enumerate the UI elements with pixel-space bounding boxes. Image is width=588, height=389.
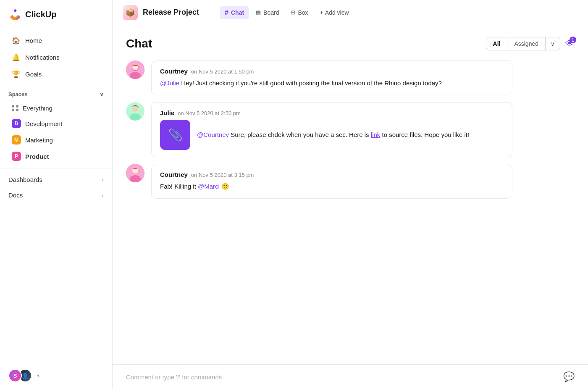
filter-chevron-icon: ∨ [551,41,555,47]
spaces-section-header[interactable]: Spaces ∨ [0,86,112,101]
tab-chat[interactable]: # Chat [220,6,249,19]
mention-courtney: @Courtney [197,131,229,138]
trophy-icon: 🏆 [12,70,20,78]
topbar: 📦 Release Project # Chat ▦ Board ⊞ Box +… [113,0,588,25]
msg2-text1: Sure, please chdek when you have a sec. … [229,131,371,138]
chat-hash-icon: # [225,9,228,16]
msg1-text: Hey! Just checking if you're still good … [179,79,442,87]
content-header: Chat All Assigned ∨ 👁 1 [126,37,575,50]
filter-dropdown-button[interactable]: ∨ [545,37,560,50]
attachment-icon[interactable]: 📎 [160,120,190,150]
filter-all-button[interactable]: All [486,37,508,50]
docs-chevron-icon: › [102,192,104,199]
bell-icon: 🔔 [12,53,20,61]
everything-icon [12,105,18,112]
message-row-3: Courtney on Nov 5 2020 at 3:15 pm Fab! K… [126,164,575,199]
message-meta-1: Courtney on Nov 5 2020 at 1:50 pm [160,68,504,75]
development-badge: D [12,119,21,128]
sidebar-item-goals[interactable]: 🏆 Goals [3,66,109,82]
dashboards-chevron-icon: › [102,176,104,183]
sidebar-item-notifications[interactable]: 🔔 Notifications [3,49,109,66]
sidebar-item-goals-label: Goals [25,71,42,78]
source-link[interactable]: link [371,131,381,138]
sidebar-everything-label: Everything [23,105,52,112]
sidebar-item-home-label: Home [25,37,42,44]
tab-board[interactable]: ▦ Board [251,7,284,18]
watch-badge: 1 [570,37,576,43]
home-icon: 🏠 [12,37,20,45]
add-view-button[interactable]: + Add view [315,7,354,18]
watch-button[interactable]: 👁 1 [565,38,575,49]
spaces-list: Everything D Development M Marketing P P… [0,101,112,165]
spaces-label: Spaces [8,91,28,97]
board-icon: ▦ [256,9,261,16]
svg-point-5 [132,106,138,112]
sidebar-item-home[interactable]: 🏠 Home [3,32,109,49]
user-avatars[interactable]: S 👤 [8,369,32,382]
message-time-2: on Nov 5 2020 at 2:50 pm [178,110,241,116]
filter-group: All Assigned ∨ [486,37,560,50]
comment-placeholder[interactable]: Comment or type '/' for commands [126,373,222,381]
message-card-1: Courtney on Nov 5 2020 at 1:50 pm @Julie… [151,60,512,95]
sidebar-product-label: Product [25,153,49,160]
add-view-label: Add view [325,9,349,16]
user-dropdown-arrow[interactable]: ▾ [37,373,39,378]
sidebar-item-docs[interactable]: Docs › [0,187,112,203]
sidebar-item-development[interactable]: D Development [3,116,109,131]
clickup-logo-icon [8,8,22,21]
logo: ClickUp [0,0,112,29]
sidebar-item-marketing[interactable]: M Marketing [3,132,109,148]
docs-label: Docs [8,192,23,199]
filter-assigned-button[interactable]: Assigned [507,37,545,50]
sender-courtney-2: Courtney [160,171,188,178]
product-badge: P [12,152,21,161]
add-icon: + [320,9,323,16]
sidebar-item-dashboards[interactable]: Dashboards › [0,172,112,187]
msg3-emoji: 🙂 [220,183,229,190]
message-row-1: Courtney on Nov 5 2020 at 1:50 pm @Julie… [126,60,575,95]
sender-courtney-1: Courtney [160,68,188,75]
page-title: Chat [126,37,152,50]
avatar-courtney-2 [126,164,144,182]
tab-chat-label: Chat [231,9,244,16]
message-text-3: Fab! Killing it @Marci 🙂 [160,181,504,192]
sidebar-item-notifications-label: Notifications [25,54,60,61]
header-controls: All Assigned ∨ 👁 1 [486,37,575,50]
message-meta-3: Courtney on Nov 5 2020 at 3:15 pm [160,171,504,178]
marketing-badge: M [12,135,21,145]
msg3-text1: Fab! Killing it [160,183,198,190]
sidebar-nav: 🏠 Home 🔔 Notifications 🏆 Goals [0,29,112,86]
avatar-user1: S [8,369,22,382]
message-time-3: on Nov 5 2020 at 3:15 pm [191,172,254,178]
message-card-3: Courtney on Nov 5 2020 at 3:15 pm Fab! K… [151,164,512,199]
message-meta-2: Julie on Nov 5 2020 at 2:50 pm [160,109,504,116]
message-card-2: Julie on Nov 5 2020 at 2:50 pm 📎 @Courtn… [151,102,512,157]
messages-list: Courtney on Nov 5 2020 at 1:50 pm @Julie… [126,60,575,205]
comment-input-area: Comment or type '/' for commands 💬 [113,364,588,389]
sender-julie: Julie [160,109,174,116]
message-text-1: @Julie Hey! Just checking if you're stil… [160,78,504,88]
sidebar-marketing-label: Marketing [25,137,53,144]
julie-avatar-img [126,102,144,121]
courtney-avatar-img [126,60,144,79]
sidebar-item-everything[interactable]: Everything [3,101,109,115]
topbar-divider [211,8,211,18]
attachment-row: 📎 @Courtney Sure, please chdek when you … [160,120,504,150]
project-icon: 📦 [123,5,138,20]
sidebar-development-label: Development [25,120,62,127]
courtney2-avatar-img [126,164,144,182]
tab-board-label: Board [263,9,279,16]
sidebar-item-product[interactable]: P Product [3,148,109,164]
project-title: Release Project [143,8,199,17]
msg2-text2: to source files. Hope you like it! [380,131,469,138]
tab-box[interactable]: ⊞ Box [286,7,313,18]
sidebar-bottom-sections: Dashboards › Docs › [0,168,112,203]
message-text-2: @Courtney Sure, please chdek when you ha… [197,130,469,140]
chat-content: Chat All Assigned ∨ 👁 1 [113,25,588,364]
message-row-2: Julie on Nov 5 2020 at 2:50 pm 📎 @Courtn… [126,102,575,157]
spaces-collapse-icon: ∨ [100,91,104,97]
sidebar: ClickUp 🏠 Home 🔔 Notifications 🏆 Goals S… [0,0,113,389]
avatar-julie [126,102,144,121]
main-content: 📦 Release Project # Chat ▦ Board ⊞ Box +… [113,0,588,389]
app-name: ClickUp [25,10,56,19]
